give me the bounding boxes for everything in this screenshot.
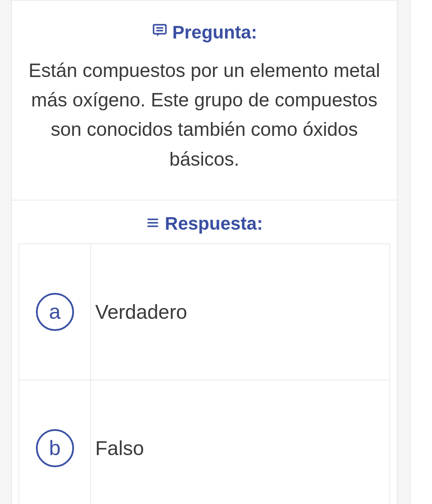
options-table: a Verdadero b Falso xyxy=(19,244,390,504)
option-row-a[interactable]: a Verdadero xyxy=(19,244,390,380)
question-section: Pregunta: Están compuestos por un elemen… xyxy=(12,0,397,200)
option-text-a: Verdadero xyxy=(91,244,390,380)
question-text: Están compuestos por un elemento metal m… xyxy=(20,56,388,174)
svg-rect-0 xyxy=(154,25,166,34)
option-letter-cell: a xyxy=(19,244,91,380)
comment-icon xyxy=(152,22,168,43)
list-icon xyxy=(146,213,160,234)
option-row-b[interactable]: b Falso xyxy=(19,380,390,504)
answer-label: Respuesta: xyxy=(165,213,263,234)
quiz-card: Pregunta: Están compuestos por un elemen… xyxy=(11,0,397,504)
option-letter-circle-b[interactable]: b xyxy=(36,429,74,467)
option-letter-circle-a[interactable]: a xyxy=(36,293,74,331)
question-label: Pregunta: xyxy=(172,22,257,43)
answer-header: Respuesta: xyxy=(19,213,390,234)
option-text-b: Falso xyxy=(91,380,390,504)
question-header: Pregunta: xyxy=(20,22,388,43)
option-letter-cell: b xyxy=(19,380,91,504)
answer-section: Respuesta: a Verdadero b Falso xyxy=(12,200,397,504)
